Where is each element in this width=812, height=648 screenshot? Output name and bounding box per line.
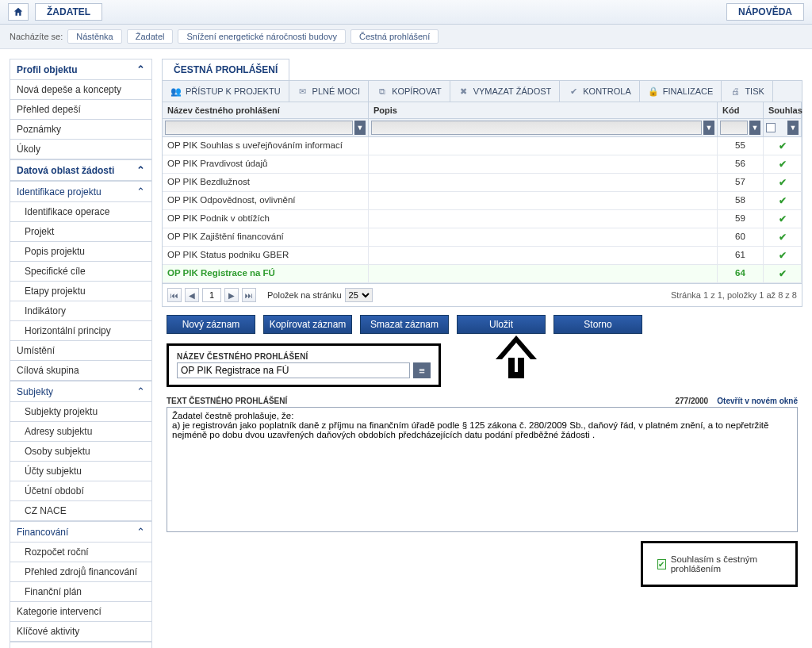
tool-kopirovat[interactable]: ⧉KOPÍROVAT bbox=[369, 81, 450, 102]
pager-last[interactable]: ⏭ bbox=[242, 288, 256, 302]
napoveda-button[interactable]: NÁPOVĚDA bbox=[726, 3, 804, 21]
filter-icon[interactable]: ▼ bbox=[787, 121, 799, 135]
sidebar-item-projekt[interactable]: Projekt bbox=[10, 222, 152, 242]
zadatel-button[interactable]: ŽADATEL bbox=[35, 3, 102, 21]
col-souhlas[interactable]: Souhlas bbox=[764, 102, 802, 119]
consent-checkbox[interactable]: ✔ bbox=[657, 559, 666, 569]
sidebar-item-cznace[interactable]: CZ NACE bbox=[10, 501, 152, 521]
tool-vymazat[interactable]: ✖VYMAZAT ŽÁDOST bbox=[450, 81, 561, 102]
sidebar-item-kategorie[interactable]: Kategorie intervencí bbox=[10, 602, 152, 622]
save-button[interactable]: Uložit bbox=[457, 315, 546, 334]
sidebar-item-rozpocet[interactable]: Rozpočet roční bbox=[10, 543, 152, 562]
sidebar-group-profil[interactable]: Profil objektu⌃ bbox=[10, 59, 152, 80]
col-popis[interactable]: Popis bbox=[369, 102, 718, 119]
sidebar-item-klicove[interactable]: Klíčové aktivity bbox=[10, 622, 152, 642]
tool-kontrola[interactable]: ✔KONTROLA bbox=[560, 81, 640, 102]
sidebar-item-umisteni[interactable]: Umístění bbox=[10, 341, 152, 361]
sidebar-item-identifikace-operace[interactable]: Identifikace operace bbox=[10, 202, 152, 222]
sidebar-item-osoby[interactable]: Osoby subjektu bbox=[10, 442, 152, 462]
filter-icon[interactable]: ▼ bbox=[354, 121, 366, 135]
cell-popis bbox=[369, 192, 718, 210]
check-icon: ✔ bbox=[779, 251, 787, 260]
sidebar-item-indikatory[interactable]: Indikátory bbox=[10, 301, 152, 321]
col-kod[interactable]: Kód bbox=[718, 102, 764, 119]
tool-plne-moci[interactable]: ✉PLNÉ MOCI bbox=[289, 81, 370, 102]
sidebar-label: Financování bbox=[17, 527, 68, 538]
sidebar-item-specificke-cile[interactable]: Specifické cíle bbox=[10, 262, 152, 282]
sidebar-item-ucetni[interactable]: Účetní období bbox=[10, 481, 152, 501]
pager-perpage-select[interactable]: 25 bbox=[345, 288, 373, 302]
breadcrumb-item[interactable]: Čestná prohlášení bbox=[350, 29, 439, 44]
filter-kod-input[interactable] bbox=[720, 121, 748, 135]
declaration-text-textarea[interactable] bbox=[167, 407, 798, 532]
sidebar-item-financni-plan[interactable]: Finanční plán bbox=[10, 582, 152, 602]
pager-page-input[interactable] bbox=[202, 288, 221, 302]
cell-popis bbox=[369, 137, 718, 155]
sidebar-group-verejne[interactable]: Veřejné zakázky⌄ bbox=[10, 642, 152, 648]
table-row[interactable]: OP PIK Registrace na FÚ64✔ bbox=[163, 265, 802, 283]
sidebar-item-ukoly[interactable]: Úkoly bbox=[10, 140, 152, 159]
breadcrumb-item[interactable]: Žadatel bbox=[127, 29, 174, 44]
tool-tisk[interactable]: 🖨TISK bbox=[722, 81, 772, 102]
cell-kod: 56 bbox=[718, 155, 764, 174]
cell-souhlas: ✔ bbox=[764, 155, 802, 174]
sidebar-item-adresy[interactable]: Adresy subjektu bbox=[10, 422, 152, 442]
table-row[interactable]: OP PIK Zajištění financování60✔ bbox=[163, 228, 802, 247]
cell-souhlas: ✔ bbox=[764, 174, 802, 192]
table-row[interactable]: OP PIK Pravdivost údajů56✔ bbox=[163, 155, 802, 174]
breadcrumb-item[interactable]: Nástěnka bbox=[67, 29, 121, 44]
copy-record-button[interactable]: Kopírovat záznam bbox=[263, 315, 352, 334]
table-row[interactable]: OP PIK Odpovědnost, ovlivnění58✔ bbox=[163, 192, 802, 210]
copy-icon: ⧉ bbox=[377, 86, 388, 97]
lock-icon: 🔒 bbox=[648, 86, 659, 97]
breadcrumb: Nacházíte se: Nástěnka Žadatel Snížení e… bbox=[0, 25, 812, 49]
lookup-button[interactable]: ≡ bbox=[413, 362, 431, 378]
open-new-window-link[interactable]: Otevřít v novém okně bbox=[717, 397, 798, 405]
tool-pristup[interactable]: 👥PŘÍSTUP K PROJEKTU bbox=[163, 81, 289, 102]
cancel-button[interactable]: Storno bbox=[553, 315, 642, 334]
sidebar-group-financovani[interactable]: Financování⌃ bbox=[10, 521, 152, 543]
sidebar-item-nova-depese[interactable]: Nová depeše a koncepty bbox=[10, 80, 152, 100]
sidebar-group-subjekty[interactable]: Subjekty⌃ bbox=[10, 381, 152, 402]
sidebar-item-cilova[interactable]: Cílová skupina bbox=[10, 361, 152, 381]
home-button[interactable] bbox=[8, 3, 29, 21]
cell-kod: 57 bbox=[718, 174, 764, 192]
cell-nazev: OP PIK Zajištění financování bbox=[163, 228, 369, 247]
sidebar-group-datova-oblast[interactable]: Datová oblast žádosti⌃ bbox=[10, 159, 152, 181]
sidebar-label: Subjekty bbox=[17, 386, 53, 397]
sidebar-item-prehled-depesi[interactable]: Přehled depeší bbox=[10, 100, 152, 120]
sidebar-item-horizontalni[interactable]: Horizontální principy bbox=[10, 321, 152, 341]
delete-record-button[interactable]: Smazat záznam bbox=[360, 315, 449, 334]
filter-icon[interactable]: ▼ bbox=[749, 121, 760, 135]
filter-popis-input[interactable] bbox=[371, 121, 702, 135]
table-row[interactable]: OP PIK Bezdlužnost57✔ bbox=[163, 174, 802, 192]
filter-souhlas-checkbox[interactable] bbox=[766, 123, 776, 132]
home-icon bbox=[13, 6, 24, 17]
nazev-input[interactable] bbox=[177, 362, 410, 378]
new-record-button[interactable]: Nový záznam bbox=[167, 315, 255, 334]
tool-label: PLNÉ MOCI bbox=[312, 86, 361, 96]
pager-first[interactable]: ⏮ bbox=[167, 288, 182, 302]
tool-finalizace[interactable]: 🔒FINALIZACE bbox=[640, 81, 722, 102]
breadcrumb-item[interactable]: Snížení energetické náročnosti budovy bbox=[178, 29, 346, 44]
filter-nazev-input[interactable] bbox=[165, 121, 353, 135]
filter-icon[interactable]: ▼ bbox=[703, 121, 714, 135]
col-nazev[interactable]: Název čestného prohlášení bbox=[163, 102, 369, 119]
sidebar-group-identifikace[interactable]: Identifikace projektu⌃ bbox=[10, 181, 152, 202]
cell-nazev: OP PIK Pravdivost údajů bbox=[163, 155, 369, 174]
sidebar-item-popis-projektu[interactable]: Popis projektu bbox=[10, 242, 152, 262]
table-row[interactable]: OP PIK Podnik v obtížích59✔ bbox=[163, 210, 802, 228]
sidebar-item-etapy[interactable]: Etapy projektu bbox=[10, 282, 152, 301]
sidebar-item-poznamky[interactable]: Poznámky bbox=[10, 120, 152, 140]
text-label: TEXT ČESTNÉHO PROHLÁŠENÍ bbox=[167, 397, 287, 405]
table-row[interactable]: OP PIK Status podniku GBER61✔ bbox=[163, 247, 802, 265]
table-row[interactable]: OP PIK Souhlas s uveřejňováním informací… bbox=[163, 137, 802, 155]
sidebar-item-prehled-zdroju[interactable]: Přehled zdrojů financování bbox=[10, 562, 152, 582]
pager-prev[interactable]: ◀ bbox=[185, 288, 199, 302]
print-icon: 🖨 bbox=[730, 86, 741, 97]
tab-cestna-prohlaseni[interactable]: ČESTNÁ PROHLÁŠENÍ bbox=[162, 59, 289, 80]
pager-next[interactable]: ▶ bbox=[224, 288, 239, 302]
check-icon: ✔ bbox=[779, 196, 787, 205]
sidebar-item-ucty[interactable]: Účty subjektu bbox=[10, 462, 152, 481]
sidebar-item-subjekty-projektu[interactable]: Subjekty projektu bbox=[10, 402, 152, 422]
